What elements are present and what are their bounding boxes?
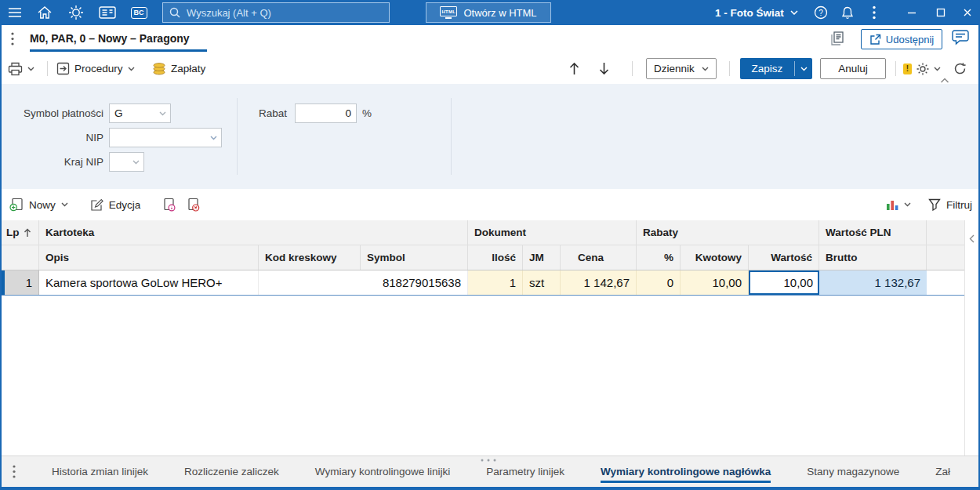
- page-list-button[interactable]: [829, 31, 845, 45]
- collapse-header-button[interactable]: [938, 75, 952, 85]
- column-header-symbol[interactable]: Symbol: [361, 245, 468, 270]
- search-input[interactable]: [187, 7, 367, 19]
- delete-line-button[interactable]: [187, 198, 200, 212]
- arrow-up-icon: [569, 62, 579, 75]
- tab-historia-zmian-linijek[interactable]: Historia zmian linijek: [52, 456, 148, 487]
- payments-button[interactable]: Zapłaty: [152, 53, 205, 84]
- header-lp-spacer: [2, 245, 39, 270]
- header-filler: [927, 245, 964, 270]
- table-header-row: Opis Kod kreskowy Symbol Ilość JM Cena %…: [2, 245, 964, 270]
- column-header-opis[interactable]: Opis: [39, 245, 259, 270]
- cell-cena[interactable]: 1 142,67: [561, 270, 637, 295]
- side-pane-splitter[interactable]: [964, 220, 978, 456]
- journal-select[interactable]: Dziennik: [646, 58, 717, 79]
- page-menu-button[interactable]: [11, 32, 14, 45]
- workspace-button[interactable]: [94, 0, 121, 25]
- bc-badge-button[interactable]: BC: [125, 0, 152, 25]
- maximize-button[interactable]: [929, 0, 953, 25]
- tab-parametry-linijek[interactable]: Parametry linijek: [486, 456, 564, 487]
- header-form: Symbol płatności G Rabat % NIP Kraj NIP: [2, 84, 978, 189]
- filter-funnel-icon: [928, 198, 941, 211]
- column-group-wartosc-pln[interactable]: Wartość PLN: [819, 220, 927, 245]
- grid-toolbar: Nowy Edycja Filtruj: [2, 189, 978, 220]
- print-button[interactable]: [8, 53, 34, 84]
- workspace-panel-icon: [99, 6, 116, 19]
- symbol-platnosci-select[interactable]: G: [109, 103, 171, 123]
- column-header-cena[interactable]: Cena: [561, 245, 637, 270]
- cell-lp[interactable]: 1: [5, 270, 39, 295]
- column-group-lp[interactable]: Lp: [2, 220, 39, 245]
- procedures-menu-button[interactable]: Procedury: [56, 53, 135, 84]
- chart-view-button[interactable]: [886, 198, 911, 211]
- column-header-brutto[interactable]: Brutto: [819, 245, 927, 270]
- column-group-dokument[interactable]: Dokument: [468, 220, 637, 245]
- home-button[interactable]: [31, 0, 58, 25]
- save-button[interactable]: Zapisz: [740, 58, 812, 79]
- share-button[interactable]: Udostępnij: [861, 29, 942, 49]
- coins-icon: [152, 62, 166, 75]
- cell-rabat-kwotowy[interactable]: 10,00: [681, 270, 749, 295]
- tab-stany-magazynowe[interactable]: Stany magazynowe: [807, 456, 899, 487]
- kebab-icon: [873, 5, 876, 20]
- cell-jm[interactable]: szt: [523, 270, 561, 295]
- tabbar-menu-button[interactable]: [13, 465, 16, 478]
- column-header-procent[interactable]: %: [637, 245, 681, 270]
- window-border-bottom: [0, 487, 980, 490]
- more-options-button[interactable]: [861, 0, 887, 25]
- tab-rozliczenie-zaliczek[interactable]: Rozliczenie zaliczek: [184, 456, 279, 487]
- feedback-button[interactable]: [952, 30, 969, 45]
- cell-opis[interactable]: Kamera sportowa GoLow HERO+: [39, 270, 259, 295]
- cell-rabat-procent[interactable]: 0: [637, 270, 681, 295]
- symbol-platnosci-label: Symbol płatności: [2, 107, 103, 119]
- filter-button[interactable]: Filtruj: [928, 198, 972, 211]
- hamburger-menu-button[interactable]: [2, 0, 28, 25]
- close-icon: [963, 8, 972, 17]
- notifications-button[interactable]: [834, 0, 861, 25]
- column-header-kod-kreskowy[interactable]: Kod kreskowy: [259, 245, 361, 270]
- cell-ilosc[interactable]: 1: [468, 270, 523, 295]
- column-header-jm[interactable]: JM: [523, 245, 561, 270]
- minimize-button[interactable]: [900, 0, 924, 25]
- minimize-icon: [907, 8, 916, 17]
- close-button[interactable]: [956, 0, 979, 25]
- rabat-input[interactable]: [295, 103, 357, 123]
- bar-chart-icon: [886, 198, 899, 211]
- open-in-html-button[interactable]: HTML Otwórz w HTML: [426, 2, 551, 23]
- move-down-button[interactable]: [599, 53, 609, 84]
- chevron-down-icon: [934, 67, 941, 71]
- kebab-icon: [13, 465, 16, 478]
- new-line-button[interactable]: Nowy: [9, 198, 68, 212]
- svg-text:?: ?: [818, 9, 823, 17]
- html-icon: HTML: [440, 6, 457, 19]
- row-filler: [927, 270, 964, 295]
- cell-kod-kreskowy[interactable]: 818279015638: [259, 270, 468, 295]
- bc-badge: BC: [131, 7, 147, 19]
- chevron-down-icon: [61, 202, 68, 207]
- tab-wymiary-kontrolingowe-linijki[interactable]: Wymiary kontrolingowe linijki: [315, 456, 450, 487]
- company-switcher[interactable]: 1 - Foto Świat: [715, 0, 798, 25]
- search-icon: [169, 7, 180, 18]
- column-group-rabaty[interactable]: Rabaty: [637, 220, 819, 245]
- global-search[interactable]: [162, 2, 390, 23]
- save-dropdown-button[interactable]: [795, 58, 812, 79]
- column-header-kwotowy[interactable]: Kwotowy: [681, 245, 749, 270]
- cell-brutto[interactable]: 1 132,67: [819, 270, 927, 295]
- column-header-ilosc[interactable]: Ilość: [468, 245, 523, 270]
- column-group-kartoteka[interactable]: Kartoteka: [39, 220, 468, 245]
- kraj-nip-select[interactable]: [109, 152, 144, 172]
- help-button[interactable]: ?: [808, 0, 834, 25]
- move-up-button[interactable]: [569, 53, 579, 84]
- cancel-button[interactable]: Anuluj: [820, 58, 886, 79]
- group-header-filler: [927, 220, 964, 245]
- nip-select[interactable]: [109, 128, 222, 147]
- tab-wymiary-kontrolingowe-naglowka[interactable]: Wymiary kontrolingowe nagłówka: [601, 456, 771, 487]
- column-header-wartosc[interactable]: Wartość: [749, 245, 819, 270]
- edit-line-button[interactable]: Edycja: [90, 198, 141, 212]
- refresh-button[interactable]: [953, 53, 967, 84]
- line-card-button[interactable]: [162, 198, 176, 212]
- tab-zalaczniki[interactable]: Zał: [935, 456, 950, 487]
- settings-menu-button[interactable]: !: [903, 53, 941, 84]
- role-center-button[interactable]: [63, 0, 89, 25]
- cell-wartosc-focused[interactable]: 10,00: [749, 270, 819, 295]
- table-row[interactable]: 1 Kamera sportowa GoLow HERO+ 8182790156…: [2, 270, 964, 296]
